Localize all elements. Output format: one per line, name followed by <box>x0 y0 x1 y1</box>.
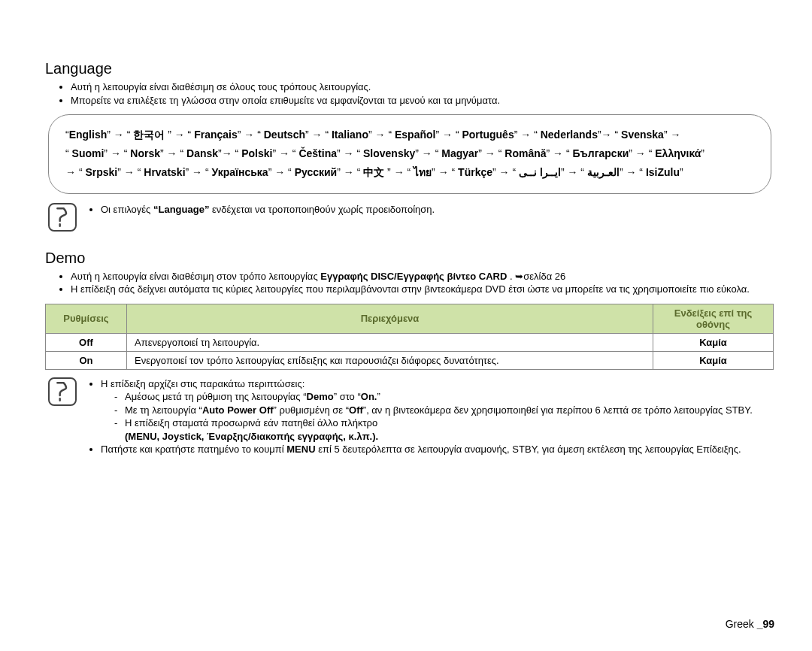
lang-ukrainian: Українська <box>212 166 268 178</box>
text: Αμέσως μετά τη ρύθμιση της λειτουργίας “ <box>125 391 307 402</box>
text: Οι επιλογές <box>101 204 153 215</box>
lang-romana: Română <box>504 147 546 159</box>
page-number: Greek _99 <box>726 618 774 630</box>
lang-nederlands: Nederlands <box>541 129 598 141</box>
note-icon <box>48 203 77 232</box>
lang-chinese: 中文 <box>363 166 384 178</box>
text: Αυτή η λειτουργία είναι διαθέσιμη σε όλο… <box>71 80 774 94</box>
lang-deutsch: Deutsch <box>264 129 305 141</box>
cell: Καμία <box>653 351 774 369</box>
text: ” στο “ <box>334 391 361 402</box>
text: ενδέχεται να τροποποιηθούν χωρίς προειδο… <box>212 204 435 215</box>
text: επί 5 δευτερόλεπτα σε λειτουργία αναμονή… <box>316 444 741 455</box>
lang-dansk: Dansk <box>186 147 218 159</box>
text: Με τη λειτουργία “ <box>125 404 202 416</box>
text: ” <box>377 391 380 402</box>
text: Demo <box>307 391 334 402</box>
text: ”, αν η βιντεοκάμερα δεν χρησιμοποιηθεί … <box>363 404 753 416</box>
lang-portugues: Português <box>462 129 514 141</box>
lang-slovensky: Slovensky <box>363 147 415 159</box>
lang-farsi: ايــرا نــی <box>519 166 561 178</box>
th-osd: Ενδείξεις επί της οθόνης <box>653 304 774 333</box>
text: Αυτή η λειτουργία είναι διαθέσιμη στον τ… <box>71 271 320 282</box>
language-heading: Language <box>45 60 774 77</box>
text: Auto Power Off <box>202 404 274 416</box>
cell: Ενεργοποιεί τον τρόπο λειτουργίας επίδει… <box>127 351 653 369</box>
cell: Καμία <box>653 333 774 351</box>
language-note: Οι επιλογές “Language” ενδέχεται να τροπ… <box>48 203 771 232</box>
demo-bullets: Αυτή η λειτουργία είναι διαθέσιμη στον τ… <box>45 270 774 296</box>
lang-francais: Français <box>194 129 238 141</box>
lang-suomi: Suomi <box>72 147 105 159</box>
lang-srpski: Srpski <box>85 166 117 178</box>
lang-isizulu: IsiZulu <box>646 166 680 178</box>
text: “Language” <box>153 204 209 215</box>
cell: On <box>46 351 127 369</box>
language-list-box: “English” → “ 한국어 ” → “ Français” → “ De… <box>48 114 771 194</box>
text: Πατήστε και κρατήστε πατημένο το κουμπί <box>101 444 286 455</box>
lang-norsk: Norsk <box>130 147 160 159</box>
lang-hrvatski: Hrvatski <box>144 166 185 178</box>
th-settings: Ρυθμίσεις <box>46 304 127 333</box>
text: Η επίδειξη αρχίζει στις παρακάτω περιπτώ… <box>101 378 304 389</box>
cell: Off <box>46 333 127 351</box>
lang-english: English <box>69 129 108 141</box>
lang-cestina: Čeština <box>298 147 337 159</box>
demo-heading: Demo <box>45 250 774 267</box>
text: On. <box>361 391 377 402</box>
cell: Απενεργοποιεί τη λειτουργία. <box>127 333 653 351</box>
text: Εγγραφής DISC/Εγγραφής βίντεο CARD <box>320 271 507 282</box>
text: (MENU, Joystick, Έναρξης/διακοπής εγγραφ… <box>125 431 378 442</box>
lang-svenska: Svenska <box>621 129 664 141</box>
lang-korean: 한국어 <box>133 129 165 141</box>
lang-arabic: العـربية <box>587 166 620 178</box>
text: MENU <box>286 444 315 455</box>
text: Off <box>349 404 363 416</box>
th-content: Περιεχόμενα <box>127 304 653 333</box>
text: Η επίδειξη σάς δείχνει αυτόματα τις κύρι… <box>71 283 774 296</box>
demo-note: Η επίδειξη αρχίζει στις παρακάτω περιπτώ… <box>48 377 771 456</box>
lang-thai: ไทย <box>414 166 432 178</box>
lang-russian: Русский <box>295 166 338 178</box>
text: ” ρυθμισμένη σε “ <box>274 404 349 416</box>
lang-espanol: Español <box>395 129 435 141</box>
lang-italiano: Italiano <box>332 129 368 141</box>
text: . ➥σελίδα 26 <box>510 271 565 282</box>
lang-magyar: Magyar <box>441 147 478 159</box>
lang-bulgarian: Български <box>573 147 629 159</box>
note-icon <box>48 377 77 406</box>
lang-polski: Polski <box>241 147 272 159</box>
lang-turkce: Türkçe <box>458 166 492 178</box>
text: Μπορείτε να επιλέξετε τη γλώσσα στην οπο… <box>71 94 774 107</box>
text: Η επίδειξη σταματά προσωρινά εάν πατηθεί… <box>125 417 377 428</box>
lang-greek: Ελληνικά <box>655 147 701 159</box>
demo-settings-table: Ρυθμίσεις Περιεχόμενα Ενδείξεις επί της … <box>45 304 774 370</box>
language-bullets: Αυτή η λειτουργία είναι διαθέσιμη σε όλο… <box>45 80 774 107</box>
